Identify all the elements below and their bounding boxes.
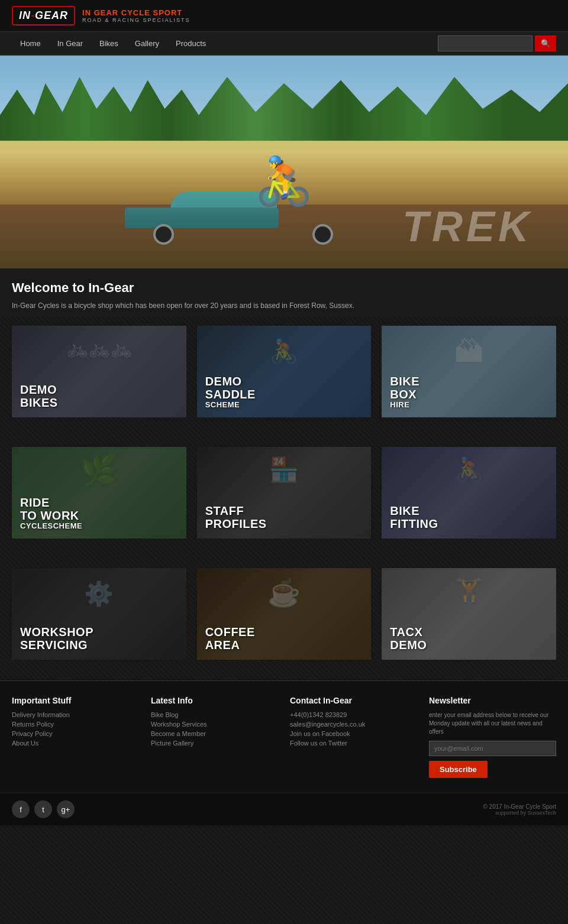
- card-tacx[interactable]: TACX DEMO: [382, 568, 556, 660]
- search-input[interactable]: [438, 35, 532, 51]
- footer-contact-title: Contact In-Gear: [290, 696, 417, 705]
- footer-important-title: Important Stuff: [12, 696, 139, 705]
- footer-twitter[interactable]: Follow us on Twitter: [290, 740, 417, 747]
- grid-row-3: WORKSHOP SERVICING COFFEE AREA TACX DEMO: [12, 568, 556, 660]
- hero-image: 🚴 TREK: [0, 56, 568, 268]
- footer-privacy[interactable]: Privacy Policy: [12, 730, 139, 737]
- card-staff-label: STAFF PROFILES: [205, 504, 267, 530]
- site-header: IN-GEAR IN GEAR CYCLE SPORT ROAD & RACIN…: [0, 0, 568, 32]
- card-bike-box-label: BIKE BOX HIRE: [390, 375, 419, 409]
- logo-area: IN-GEAR IN GEAR CYCLE SPORT ROAD & RACIN…: [12, 6, 191, 25]
- nav-home[interactable]: Home: [12, 32, 49, 55]
- card-coffee-label: COFFEE AREA: [205, 625, 255, 651]
- copyright-area: © 2017 In-Gear Cycle Sport supported by …: [483, 803, 556, 816]
- card-demo-saddle[interactable]: DEMO SADDLE SCHEME: [197, 326, 372, 417]
- footer-delivery[interactable]: Delivery Information: [12, 711, 139, 718]
- footer-col-latest: Latest Info Bike Blog Workshop Services …: [151, 696, 278, 778]
- grid-row-1: DEMOBIKES DEMO SADDLE SCHEME BIKE BOX HI…: [12, 326, 556, 417]
- footer-latest-title: Latest Info: [151, 696, 278, 705]
- facebook-icon[interactable]: f: [12, 800, 30, 818]
- search-button[interactable]: 🔍: [535, 35, 556, 51]
- grid-row-3-section: WORKSHOP SERVICING COFFEE AREA TACX DEMO: [0, 559, 568, 669]
- grid-row-2: RIDE TO WORK CYCLESCHEME STAFF PROFILES …: [12, 447, 556, 539]
- brand-name: IN GEAR CYCLE SPORT: [82, 8, 191, 17]
- search-area: 🔍: [438, 35, 556, 51]
- footer-columns: Important Stuff Delivery Information Ret…: [0, 680, 568, 793]
- card-demo-saddle-label: DEMO SADDLE SCHEME: [205, 375, 256, 409]
- footer-phone: +44(0)1342 823829: [290, 711, 417, 718]
- googleplus-icon[interactable]: g+: [57, 800, 75, 818]
- nav-bikes[interactable]: Bikes: [91, 32, 127, 55]
- brand-sub: ROAD & RACING SPECIALISTS: [82, 17, 191, 23]
- footer-col-important: Important Stuff Delivery Information Ret…: [12, 696, 139, 778]
- nav-bar: Home In Gear Bikes Gallery Products 🔍: [0, 32, 568, 56]
- card-demo-bikes-label: DEMOBIKES: [20, 383, 58, 409]
- card-staff[interactable]: STAFF PROFILES: [197, 447, 372, 539]
- card-coffee[interactable]: COFFEE AREA: [197, 568, 372, 660]
- nav-ingear[interactable]: In Gear: [49, 32, 91, 55]
- logo-badge: IN-GEAR: [12, 6, 75, 25]
- footer-blog[interactable]: Bike Blog: [151, 711, 278, 718]
- card-bike-fitting[interactable]: BIKE FITTING: [382, 447, 556, 539]
- card-bike-fitting-label: BIKE FITTING: [390, 504, 438, 530]
- footer-about[interactable]: About Us: [12, 740, 139, 747]
- footer-member[interactable]: Become a Member: [151, 730, 278, 737]
- footer-newsletter-title: Newsletter: [429, 696, 556, 705]
- footer-col-contact: Contact In-Gear +44(0)1342 823829 sales@…: [290, 696, 417, 778]
- subscribe-button[interactable]: Subscribe: [429, 761, 488, 778]
- logo-text: IN GEAR CYCLE SPORT ROAD & RACING SPECIA…: [82, 8, 191, 23]
- twitter-icon[interactable]: t: [34, 800, 52, 818]
- footer-email: sales@ingearcycles.co.uk: [290, 721, 417, 728]
- footer-facebook[interactable]: Join us on Facebook: [290, 730, 417, 737]
- welcome-description: In-Gear Cycles is a bicycle shop which h…: [12, 300, 556, 311]
- card-demo-bikes[interactable]: DEMOBIKES: [12, 326, 186, 417]
- nav-products[interactable]: Products: [167, 32, 214, 55]
- card-bike-box[interactable]: BIKE BOX HIRE: [382, 326, 556, 417]
- welcome-section: Welcome to In-Gear In-Gear Cycles is a b…: [0, 268, 568, 317]
- nav-links: Home In Gear Bikes Gallery Products: [12, 32, 214, 55]
- powered-by: supported by SussexTech: [483, 810, 556, 816]
- grid-row-1-section: DEMOBIKES DEMO SADDLE SCHEME BIKE BOX HI…: [0, 317, 568, 426]
- card-tacx-label: TACX DEMO: [390, 625, 427, 651]
- newsletter-description: enter your email address below to receiv…: [429, 711, 556, 736]
- footer-workshop[interactable]: Workshop Services: [151, 721, 278, 728]
- copyright-text: © 2017 In-Gear Cycle Sport: [483, 803, 556, 810]
- footer-bottom: f t g+ © 2017 In-Gear Cycle Sport suppor…: [0, 793, 568, 825]
- newsletter-email-input[interactable]: [429, 741, 556, 756]
- social-icons: f t g+: [12, 800, 75, 818]
- trek-logo: TREK: [402, 202, 532, 251]
- card-workshop-label: WORKSHOP SERVICING: [20, 625, 93, 651]
- card-ride-work-label: RIDE TO WORK CYCLESCHEME: [20, 496, 82, 530]
- hero-section: 🚴 TREK: [0, 56, 568, 268]
- footer-col-newsletter: Newsletter enter your email address belo…: [429, 696, 556, 778]
- footer-returns[interactable]: Returns Policy: [12, 721, 139, 728]
- welcome-title: Welcome to In-Gear: [12, 280, 556, 296]
- card-workshop[interactable]: WORKSHOP SERVICING: [12, 568, 186, 660]
- footer-gallery[interactable]: Picture Gallery: [151, 740, 278, 747]
- nav-gallery[interactable]: Gallery: [127, 32, 167, 55]
- card-ride-work[interactable]: RIDE TO WORK CYCLESCHEME: [12, 447, 186, 539]
- grid-row-2-section: RIDE TO WORK CYCLESCHEME STAFF PROFILES …: [0, 438, 568, 547]
